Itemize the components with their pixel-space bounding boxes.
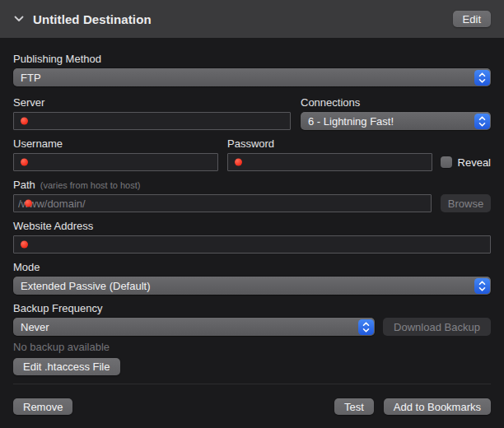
browse-button[interactable]: Browse [441,194,491,212]
server-label: Server [13,96,291,109]
destination-form: Publishing Method FTP Server Connections… [0,53,504,384]
mode-value: Extended Passive (Default) [21,280,151,292]
required-dot-icon [21,241,28,249]
publishing-method-label: Publishing Method [13,53,491,66]
path-field-wrap [13,194,432,212]
up-down-chevrons-icon [474,114,490,129]
required-dot-icon [21,118,28,125]
required-dot-icon [235,159,242,166]
reveal-label: Reveal [458,156,491,169]
destination-header: Untitled Destination Edit [0,0,504,38]
backup-frequency-label: Backup Frequency [13,302,491,315]
mode-label: Mode [13,261,491,274]
backup-frequency-select[interactable]: Never [13,318,375,336]
password-field-wrap [227,153,432,171]
password-label: Password [227,137,432,151]
up-down-chevrons-icon [358,319,374,335]
edit-htaccess-button[interactable]: Edit .htaccess File [13,358,120,375]
server-input[interactable] [14,113,290,129]
connections-value: 6 - Lightning Fast! [308,115,394,128]
backup-frequency-value: Never [21,321,49,333]
backup-status-text: No backup available [13,341,491,354]
username-field-wrap [13,153,218,171]
destination-title: Untitled Destination [33,12,453,26]
download-backup-button[interactable]: Download Backup [383,318,491,336]
password-input[interactable] [228,154,432,170]
username-label: Username [13,137,218,151]
reveal-checkbox[interactable] [441,156,452,168]
remove-button[interactable]: Remove [13,398,72,415]
path-input[interactable] [14,195,431,212]
connections-label: Connections [301,96,491,109]
chevron-down-icon[interactable] [13,13,25,25]
path-label: Path (varies from host to host) [13,179,491,192]
website-address-input[interactable] [14,236,490,253]
publishing-method-select[interactable]: FTP [13,68,491,86]
up-down-chevrons-icon [474,278,490,294]
website-address-field-wrap [13,235,491,254]
footer-bar: Remove Test Add to Bookmarks [0,384,504,415]
required-dot-icon [21,159,28,166]
up-down-chevrons-icon [474,70,490,86]
test-button[interactable]: Test [334,398,374,415]
website-address-label: Website Address [13,220,491,233]
add-to-bookmarks-button[interactable]: Add to Bookmarks [384,398,491,415]
path-hint: (varies from host to host) [40,179,141,192]
server-field-wrap [13,112,291,130]
username-input[interactable] [14,154,217,170]
ftp-destination-panel: { "header": { "title": "Untitled Destina… [0,0,504,428]
mode-select[interactable]: Extended Passive (Default) [13,277,491,295]
connections-select[interactable]: 6 - Lightning Fast! [301,112,491,130]
edit-button[interactable]: Edit [453,11,491,27]
publishing-method-value: FTP [21,72,41,84]
required-dot-icon [25,200,32,207]
reveal-checkbox-group[interactable]: Reveal [441,153,491,171]
